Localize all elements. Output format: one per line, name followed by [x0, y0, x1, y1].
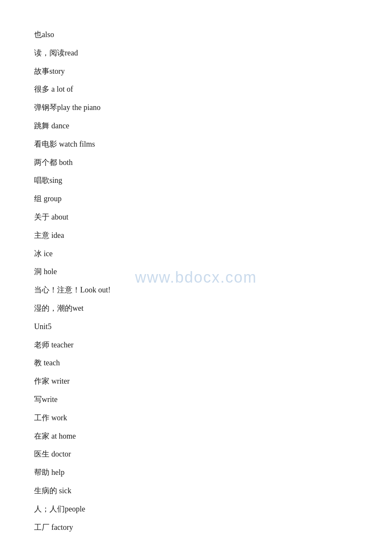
vocab-item: 主意 idea [34, 226, 358, 245]
vocab-item: 弹钢琴play the piano [34, 98, 358, 117]
vocab-item: 冰 ice [34, 245, 358, 263]
vocab-item: 洞 hole [34, 263, 358, 281]
vocab-item: 在家 at home [34, 427, 358, 445]
vocab-item: 工厂 factory [34, 518, 358, 537]
vocab-item: 当心！注意！Look out! [34, 281, 358, 299]
vocab-list: 也also读，阅读read故事story很多 a lot of弹钢琴play t… [34, 26, 358, 536]
vocab-item: 生病的 sick [34, 482, 358, 500]
vocab-item: 唱歌sing [34, 171, 358, 190]
vocab-item: 两个都 both [34, 153, 358, 172]
vocab-item: 教 teach [34, 354, 358, 372]
vocab-item: 组 group [34, 190, 358, 208]
vocab-item: 跳舞 dance [34, 117, 358, 135]
vocab-item: 写write [34, 390, 358, 409]
vocab-item: 医生 doctor [34, 445, 358, 463]
vocab-item: 老师 teacher [34, 336, 358, 354]
vocab-item: 人；人们people [34, 500, 358, 518]
vocab-item: 故事story [34, 62, 358, 81]
vocab-item: 也also [34, 26, 358, 44]
vocab-item: 读，阅读read [34, 44, 358, 62]
vocab-item: 看电影 watch films [34, 135, 358, 153]
vocab-item: Unit5 [34, 318, 358, 336]
vocab-item: 作家 writer [34, 372, 358, 390]
vocab-item: 很多 a lot of [34, 80, 358, 98]
vocab-item: 湿的，潮的wet [34, 299, 358, 318]
vocab-item: 工作 work [34, 409, 358, 427]
vocab-item: 关于 about [34, 208, 358, 226]
vocab-item: 帮助 help [34, 463, 358, 482]
